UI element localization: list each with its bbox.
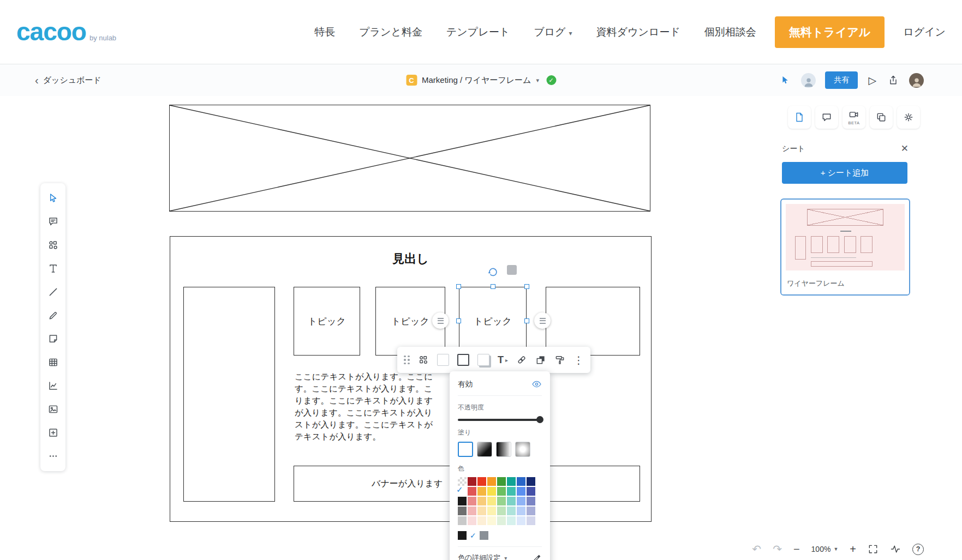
color-swatch[interactable] — [477, 477, 486, 486]
collaborator-avatar[interactable] — [801, 73, 816, 88]
color-swatch[interactable] — [458, 497, 467, 505]
nav-item-features[interactable]: 特長 — [314, 25, 335, 39]
share-button[interactable]: 共有 — [825, 71, 858, 89]
color-swatch[interactable] — [517, 487, 525, 496]
quick-connect-left-button[interactable] — [432, 312, 449, 329]
color-swatch[interactable] — [487, 497, 496, 505]
color-swatch[interactable] — [527, 516, 535, 525]
resize-handle-e[interactable] — [524, 318, 529, 323]
export-button[interactable] — [887, 74, 900, 87]
image-tool-button[interactable] — [42, 398, 64, 421]
chevron-down-icon[interactable]: ▾ — [536, 77, 539, 84]
color-swatch[interactable] — [517, 507, 525, 515]
pointer-mode-button[interactable] — [779, 74, 792, 87]
fill-style-button[interactable] — [437, 354, 449, 366]
visibility-eye-icon[interactable] — [531, 379, 542, 389]
stroke-style-button[interactable] — [457, 354, 469, 366]
color-swatch[interactable] — [497, 507, 506, 515]
color-swatch[interactable] — [527, 497, 535, 505]
nav-item-templates[interactable]: テンプレート — [446, 25, 510, 39]
fill-gradient-radial-option[interactable] — [515, 442, 530, 457]
comments-tab-button[interactable] — [815, 106, 838, 129]
free-trial-button[interactable]: 無料トライアル — [775, 16, 885, 48]
quick-connect-right-button[interactable] — [534, 312, 551, 329]
sidebar-rect-shape[interactable] — [183, 287, 275, 502]
color-swatch[interactable] — [517, 516, 525, 525]
color-swatch[interactable] — [477, 497, 486, 505]
color-swatch[interactable] — [458, 487, 467, 496]
color-swatch[interactable] — [458, 516, 467, 525]
link-button[interactable] — [516, 354, 527, 365]
more-tools-button[interactable] — [42, 444, 64, 468]
color-swatch[interactable] — [527, 507, 535, 515]
topic-box-3-selected[interactable]: トピック — [459, 287, 527, 356]
close-icon[interactable]: ✕ — [901, 143, 909, 154]
color-swatch[interactable] — [468, 497, 476, 505]
resize-handle-nw[interactable] — [456, 284, 461, 289]
cacoo-logo[interactable]: cacoo by nulab — [16, 21, 116, 43]
color-swatch[interactable] — [477, 507, 486, 515]
copy-tab-button[interactable] — [870, 106, 893, 129]
pencil-tool-button[interactable] — [42, 304, 64, 327]
color-swatch[interactable] — [468, 507, 476, 515]
nav-item-downloads[interactable]: 資料ダウンロード — [596, 25, 680, 39]
text-tool-button[interactable] — [42, 257, 64, 280]
toolbar-drag-handle[interactable] — [404, 356, 410, 365]
settings-tab-button[interactable] — [897, 106, 920, 129]
presentation-play-button[interactable]: ▷ — [867, 73, 877, 88]
fill-gradient-linear-option[interactable] — [496, 442, 511, 457]
color-swatch[interactable] — [497, 477, 506, 486]
user-avatar[interactable] — [909, 73, 924, 88]
color-swatch[interactable] — [507, 477, 516, 486]
help-button[interactable]: ? — [912, 544, 924, 555]
color-swatch[interactable] — [497, 487, 506, 496]
color-swatch[interactable] — [477, 516, 486, 525]
image-placeholder-shape[interactable] — [169, 105, 650, 212]
advanced-color-settings[interactable]: 色の詳細設定▾ — [458, 553, 507, 560]
fill-solid-option[interactable] — [458, 442, 473, 457]
nav-item-consultation[interactable]: 個別相談会 — [704, 25, 756, 39]
resize-handle-w[interactable] — [456, 318, 461, 323]
fit-to-screen-button[interactable] — [868, 544, 879, 555]
login-link[interactable]: ログイン — [903, 25, 946, 39]
color-swatch[interactable] — [507, 516, 516, 525]
color-swatch[interactable] — [477, 487, 486, 496]
eyedropper-icon[interactable] — [533, 553, 542, 560]
select-tool-button[interactable] — [42, 186, 64, 210]
resize-handle-n[interactable] — [491, 284, 495, 289]
topic-box-4[interactable] — [546, 287, 640, 356]
zoom-out-button[interactable]: − — [793, 543, 800, 556]
opacity-slider-knob[interactable] — [536, 416, 543, 423]
color-swatch[interactable] — [517, 477, 525, 486]
color-swatch[interactable] — [468, 516, 476, 525]
color-swatch[interactable] — [487, 477, 496, 486]
color-swatch[interactable] — [497, 516, 506, 525]
sticky-note-tool-button[interactable] — [42, 327, 64, 351]
zoom-level-dropdown[interactable]: 100% ▼ — [811, 545, 839, 553]
layers-button[interactable] — [535, 354, 546, 365]
canvas-paragraph-text[interactable]: ここにテキストが入ります。ここに す。ここにテキストが入ります。こ ります。ここ… — [295, 371, 458, 443]
nav-item-pricing[interactable]: プランと料金 — [359, 25, 422, 39]
undo-button[interactable]: ↶ — [752, 543, 761, 556]
topic-box-1[interactable]: トピック — [294, 287, 360, 356]
document-title-group[interactable]: C Marketing / ワイヤーフレーム ▾ ✓ — [406, 75, 556, 86]
comment-tool-button[interactable] — [42, 210, 64, 233]
back-to-dashboard-link[interactable]: ‹ ダッシュボード — [35, 75, 101, 86]
line-tool-button[interactable] — [42, 280, 64, 304]
color-swatch[interactable] — [487, 507, 496, 515]
stroke-color-black[interactable] — [458, 531, 467, 540]
stroke-color-gray[interactable] — [480, 531, 488, 540]
color-swatch[interactable] — [507, 497, 516, 505]
color-swatch[interactable] — [527, 487, 535, 496]
nav-item-blog[interactable]: ブログ▾ — [534, 25, 572, 39]
chart-tool-button[interactable] — [42, 374, 64, 398]
more-options-button[interactable]: ⋮ — [573, 354, 584, 366]
color-swatch[interactable] — [487, 487, 496, 496]
video-meeting-tab-button[interactable]: BETA — [843, 106, 865, 129]
rotate-handle-icon[interactable] — [486, 265, 499, 278]
table-tool-button[interactable] — [42, 351, 64, 374]
color-swatch[interactable] — [487, 516, 496, 525]
copy-style-button[interactable] — [554, 354, 565, 365]
resize-handle-ne[interactable] — [524, 284, 529, 289]
color-swatch[interactable] — [527, 477, 535, 486]
